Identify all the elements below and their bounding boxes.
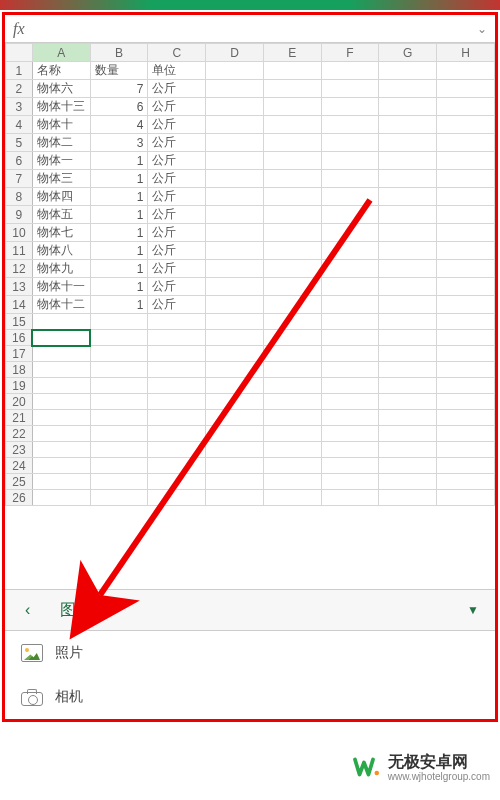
cell-F21[interactable]: [321, 410, 379, 426]
cell-H8[interactable]: [437, 188, 495, 206]
cell-G2[interactable]: [379, 80, 437, 98]
cell-H5[interactable]: [437, 134, 495, 152]
cell-E14[interactable]: [263, 296, 321, 314]
cell-C9[interactable]: 公斤: [148, 206, 206, 224]
cell-G10[interactable]: [379, 224, 437, 242]
cell-E11[interactable]: [263, 242, 321, 260]
cell-D2[interactable]: [206, 80, 264, 98]
cell-H26[interactable]: [437, 490, 495, 506]
cell-F8[interactable]: [321, 188, 379, 206]
cell-B23[interactable]: [90, 442, 148, 458]
row-header-6[interactable]: 6: [6, 152, 33, 170]
cell-C14[interactable]: 公斤: [148, 296, 206, 314]
cell-A7[interactable]: 物体三: [32, 170, 90, 188]
cell-B21[interactable]: [90, 410, 148, 426]
cell-C20[interactable]: [148, 394, 206, 410]
cell-D25[interactable]: [206, 474, 264, 490]
cell-F6[interactable]: [321, 152, 379, 170]
cell-D16[interactable]: [206, 330, 264, 346]
cell-E9[interactable]: [263, 206, 321, 224]
cell-H1[interactable]: [437, 62, 495, 80]
cell-H13[interactable]: [437, 278, 495, 296]
col-header-F[interactable]: F: [321, 44, 379, 62]
col-header-E[interactable]: E: [263, 44, 321, 62]
cell-G26[interactable]: [379, 490, 437, 506]
cell-E20[interactable]: [263, 394, 321, 410]
cell-D17[interactable]: [206, 346, 264, 362]
cell-A13[interactable]: 物体十一: [32, 278, 90, 296]
cell-A14[interactable]: 物体十二: [32, 296, 90, 314]
cell-E21[interactable]: [263, 410, 321, 426]
cell-H11[interactable]: [437, 242, 495, 260]
row-header-4[interactable]: 4: [6, 116, 33, 134]
cell-C12[interactable]: 公斤: [148, 260, 206, 278]
cell-G16[interactable]: [379, 330, 437, 346]
cell-B8[interactable]: 1: [90, 188, 148, 206]
row-header-13[interactable]: 13: [6, 278, 33, 296]
cell-C24[interactable]: [148, 458, 206, 474]
cell-C3[interactable]: 公斤: [148, 98, 206, 116]
cell-E1[interactable]: [263, 62, 321, 80]
cell-B4[interactable]: 4: [90, 116, 148, 134]
cell-D10[interactable]: [206, 224, 264, 242]
cell-C26[interactable]: [148, 490, 206, 506]
spreadsheet-grid[interactable]: ABCDEFGH1名称数量单位2物体六7公斤3物体十三6公斤4物体十4公斤5物体…: [5, 43, 495, 506]
col-header-H[interactable]: H: [437, 44, 495, 62]
cell-C11[interactable]: 公斤: [148, 242, 206, 260]
cell-D11[interactable]: [206, 242, 264, 260]
cell-F13[interactable]: [321, 278, 379, 296]
cell-B26[interactable]: [90, 490, 148, 506]
cell-F18[interactable]: [321, 362, 379, 378]
row-header-24[interactable]: 24: [6, 458, 33, 474]
cell-D19[interactable]: [206, 378, 264, 394]
cell-F22[interactable]: [321, 426, 379, 442]
cell-E15[interactable]: [263, 314, 321, 330]
cell-G7[interactable]: [379, 170, 437, 188]
cell-H25[interactable]: [437, 474, 495, 490]
cell-H7[interactable]: [437, 170, 495, 188]
cell-G13[interactable]: [379, 278, 437, 296]
cell-D8[interactable]: [206, 188, 264, 206]
formula-bar[interactable]: fx ⌄: [5, 15, 495, 43]
row-header-5[interactable]: 5: [6, 134, 33, 152]
cell-F23[interactable]: [321, 442, 379, 458]
cell-F25[interactable]: [321, 474, 379, 490]
cell-G11[interactable]: [379, 242, 437, 260]
cell-H9[interactable]: [437, 206, 495, 224]
cell-G17[interactable]: [379, 346, 437, 362]
cell-A10[interactable]: 物体七: [32, 224, 90, 242]
cell-F12[interactable]: [321, 260, 379, 278]
cell-C18[interactable]: [148, 362, 206, 378]
cell-E4[interactable]: [263, 116, 321, 134]
cell-B12[interactable]: 1: [90, 260, 148, 278]
cell-E12[interactable]: [263, 260, 321, 278]
cell-G5[interactable]: [379, 134, 437, 152]
cell-E7[interactable]: [263, 170, 321, 188]
cell-F14[interactable]: [321, 296, 379, 314]
cell-C2[interactable]: 公斤: [148, 80, 206, 98]
cell-A22[interactable]: [32, 426, 90, 442]
row-header-18[interactable]: 18: [6, 362, 33, 378]
cell-F16[interactable]: [321, 330, 379, 346]
row-header-1[interactable]: 1: [6, 62, 33, 80]
cell-G15[interactable]: [379, 314, 437, 330]
cell-D21[interactable]: [206, 410, 264, 426]
cell-E23[interactable]: [263, 442, 321, 458]
cell-D6[interactable]: [206, 152, 264, 170]
cell-H16[interactable]: [437, 330, 495, 346]
insert-photos-button[interactable]: 照片: [5, 631, 495, 675]
cell-A6[interactable]: 物体一: [32, 152, 90, 170]
chevron-down-icon[interactable]: ⌄: [477, 22, 487, 36]
row-header-26[interactable]: 26: [6, 490, 33, 506]
cell-H4[interactable]: [437, 116, 495, 134]
cell-B19[interactable]: [90, 378, 148, 394]
cell-D26[interactable]: [206, 490, 264, 506]
cell-E8[interactable]: [263, 188, 321, 206]
cell-E2[interactable]: [263, 80, 321, 98]
cell-A24[interactable]: [32, 458, 90, 474]
cell-G14[interactable]: [379, 296, 437, 314]
cell-D14[interactable]: [206, 296, 264, 314]
cell-C4[interactable]: 公斤: [148, 116, 206, 134]
cell-C1[interactable]: 单位: [148, 62, 206, 80]
cell-F3[interactable]: [321, 98, 379, 116]
